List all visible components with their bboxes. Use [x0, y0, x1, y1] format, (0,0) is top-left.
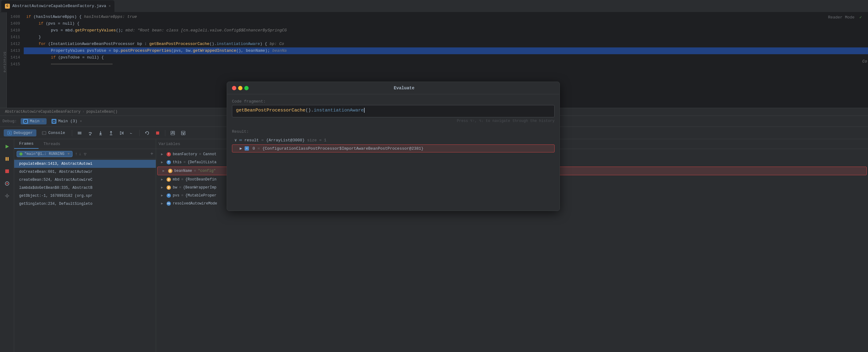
filter-button[interactable]: ▽	[84, 151, 86, 157]
tab-filename: AbstractAutowireCapableBeanFactory.java	[12, 4, 106, 8]
var-icon-prop: p	[166, 177, 171, 182]
debugger-tab[interactable]: Debugger	[4, 129, 36, 136]
dialog-body: Code fragment: getBeanPostProcessorCache…	[227, 94, 560, 211]
var-icon-equals: =	[166, 193, 171, 198]
tool-separator-1	[72, 130, 72, 136]
result-expand-0[interactable]: ∨	[235, 138, 237, 143]
frame-item-1[interactable]: doCreateBean:601, AbstractAutowir	[14, 168, 156, 176]
code-line-1414: if (pvsToUse = null) {	[24, 54, 868, 61]
svg-rect-3	[53, 121, 55, 122]
frame-item-2[interactable]: createBean:524, AbstractAutowireC	[14, 176, 156, 184]
main-tab-label: Main	[30, 119, 39, 124]
var-expand-icon: ▶	[161, 151, 165, 158]
thread-navigation: ↑ ↓	[75, 151, 82, 156]
step-over-button[interactable]	[86, 129, 94, 137]
minimize-traffic-light[interactable]	[238, 86, 243, 90]
console-tab[interactable]: >_ Console	[38, 129, 69, 136]
rerun-button[interactable]	[143, 129, 151, 137]
svg-rect-19	[156, 132, 159, 135]
frame-up-button[interactable]: ↑	[75, 151, 78, 156]
line-numbers: 1408 1409 1410 1411 1412 1413 1414 1415	[7, 12, 24, 108]
var-expand-icon: ▶	[161, 159, 165, 166]
debug-label: Debug:	[2, 119, 17, 124]
tool-separator-2	[140, 130, 140, 136]
run-to-cursor-button[interactable]	[117, 129, 126, 137]
structure-bar: Structure	[0, 12, 7, 108]
main-thread-icon	[23, 119, 28, 124]
var-expand-icon: ▶	[162, 168, 166, 174]
layout-button[interactable]	[168, 129, 177, 137]
settings-tool-button[interactable]	[75, 129, 84, 137]
svg-rect-1	[25, 121, 26, 122]
var-icon-prop: p	[166, 185, 171, 190]
result-label: Result:	[232, 129, 555, 134]
code-fragment-input[interactable]: getBeanPostProcessorCache().instantiatio…	[232, 105, 555, 117]
result-item-1[interactable]: ▶ = 0 = {ConfigurationClassPostProcessor…	[232, 144, 555, 152]
debug-tab-main3[interactable]: Main (3) ×	[49, 118, 85, 125]
resume-sidebar-button[interactable]	[2, 142, 12, 151]
svg-marker-26	[5, 145, 9, 148]
thread-badge[interactable]: "main"@1…: RUNNING ▼	[17, 151, 72, 157]
console-label: Console	[48, 131, 65, 135]
close-traffic-light[interactable]	[232, 86, 236, 90]
settings-sidebar-button[interactable]	[2, 191, 12, 201]
var-expand-icon: ▶	[161, 184, 165, 191]
dialog-navigation-hint: Press ⌥↑, ⌥↓ to navigate through the his…	[232, 118, 555, 123]
evaluate-dialog: Evaluate Code fragment: getBeanPostProce…	[227, 82, 560, 211]
layout2-button[interactable]	[179, 129, 188, 137]
result-section: Result: ∨ ∞ result = {ArrayList@3008} si…	[232, 129, 555, 153]
svg-rect-24	[181, 133, 183, 135]
frame-item-0[interactable]: populateBean:1413, AbstractAutowi	[14, 160, 156, 168]
tab-close-button[interactable]: ×	[108, 4, 111, 8]
step-out-button[interactable]	[107, 129, 115, 137]
pause-sidebar-button[interactable]	[2, 154, 12, 164]
console-icon: >_	[42, 131, 46, 135]
thread-dropdown-arrow: ▼	[67, 152, 70, 156]
file-tab[interactable]: C AbstractAutowireCapableBeanFactory.jav…	[1, 0, 115, 12]
code-method-text: getBeanPostProcessorCache	[236, 108, 305, 113]
result-expand-1[interactable]: ▶	[240, 146, 242, 151]
evaluate-button[interactable]: ⌙	[128, 129, 136, 137]
frames-tab[interactable]: Frames	[14, 139, 38, 149]
circle-sidebar-button[interactable]	[2, 179, 12, 188]
frame-list: populateBean:1413, AbstractAutowi doCrea…	[14, 159, 156, 352]
reader-mode-area: Reader Mode ✓	[828, 15, 862, 20]
svg-rect-22	[171, 133, 175, 135]
frame-item-5[interactable]: getSingleton:234, DefaultSingleto	[14, 200, 156, 208]
traffic-lights	[232, 86, 249, 90]
code-line-1412: for (InstantiationAwareBeanPostProcessor…	[24, 41, 868, 47]
main3-tab-close[interactable]: ×	[80, 119, 82, 123]
var-icon-equals: =	[166, 160, 171, 165]
debugger-icon	[7, 131, 12, 135]
svg-rect-23	[181, 131, 185, 133]
thread-label: "main"@1…: RUNNING	[24, 152, 64, 156]
breadcrumb-class: AbstractAutowireCapableBeanFactory	[5, 110, 81, 114]
main3-tab-label: Main (3)	[58, 119, 78, 124]
step-into-button[interactable]	[96, 129, 105, 137]
svg-text:⌙: ⌙	[130, 131, 132, 135]
breadcrumb-method: populateBean()	[86, 110, 118, 114]
stop-button[interactable]	[153, 129, 162, 137]
maximize-traffic-light[interactable]	[244, 86, 249, 90]
add-frame-button[interactable]: +	[150, 151, 153, 157]
code-line-1415	[24, 64, 868, 70]
frame-item-3[interactable]: lambda$doGetBean$0:335, AbstractB	[14, 184, 156, 192]
code-line-1410: pvs = mbd.getPropertyValues(); mbd: "Roo…	[24, 27, 868, 34]
main3-thread-icon	[52, 119, 57, 124]
frame-item-4[interactable]: getObject:-1, 1670993182 (org.spr	[14, 192, 156, 200]
var-expand-icon: ▶	[161, 192, 165, 199]
reader-mode-check: ✓	[859, 15, 862, 20]
frame-down-button[interactable]: ↓	[79, 151, 81, 156]
threads-tab[interactable]: Threads	[38, 139, 65, 149]
svg-rect-20	[171, 131, 173, 133]
thread-selector: "main"@1…: RUNNING ▼ ↑ ↓ ▽ +	[14, 149, 156, 159]
var-icon-error: !	[166, 152, 171, 156]
result-item-0[interactable]: ∨ ∞ result = {ArrayList@3008} size = 1	[232, 136, 555, 144]
stop-sidebar-button[interactable]	[2, 166, 12, 176]
svg-rect-29	[5, 169, 9, 173]
main-tab-close[interactable]: ×	[42, 119, 44, 123]
result-icon-1: =	[245, 146, 249, 151]
code-line-1409: if (pvs = null) {	[24, 20, 868, 27]
co-label: Co	[862, 59, 867, 64]
debug-tab-main[interactable]: Main ×	[21, 118, 46, 125]
